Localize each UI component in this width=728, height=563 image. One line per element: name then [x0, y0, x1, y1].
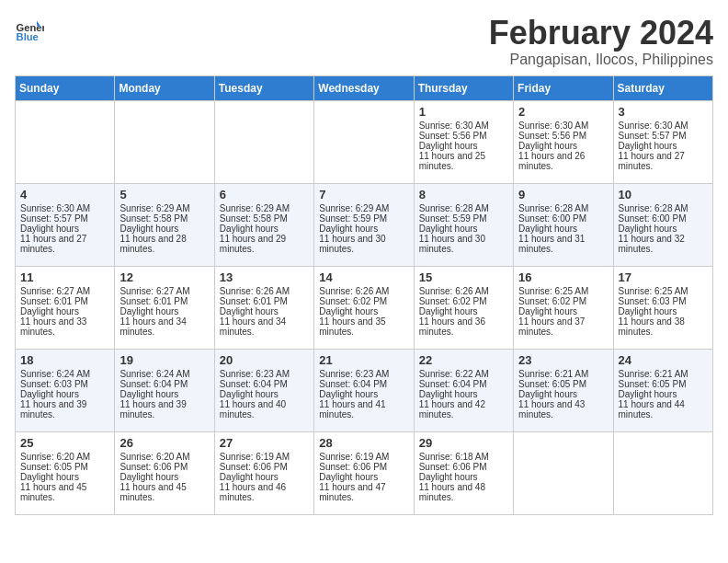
- day-number: 25: [20, 436, 109, 450]
- sunrise: Sunrise: 6:27 AM: [20, 286, 109, 296]
- week-row-3: 11Sunrise: 6:27 AMSunset: 6:01 PMDayligh…: [16, 266, 713, 349]
- sunset: Sunset: 6:06 PM: [319, 462, 408, 472]
- daylight-label: Daylight hours: [619, 141, 708, 151]
- sunset: Sunset: 5:56 PM: [419, 131, 508, 141]
- day-number: 5: [119, 188, 209, 201]
- week-row-2: 4Sunrise: 6:30 AMSunset: 5:57 PMDaylight…: [16, 183, 713, 266]
- calendar-cell: 21Sunrise: 6:23 AMSunset: 6:04 PMDayligh…: [314, 349, 414, 431]
- daylight-duration: 11 hours and 48 minutes.: [419, 482, 508, 502]
- day-number: 6: [220, 188, 309, 201]
- col-header-wednesday: Wednesday: [314, 75, 414, 100]
- daylight-label: Daylight hours: [619, 389, 708, 399]
- sunrise: Sunrise: 6:21 AM: [518, 369, 608, 379]
- daylight-label: Daylight hours: [319, 306, 408, 316]
- calendar-cell: 26Sunrise: 6:20 AMSunset: 6:06 PMDayligh…: [115, 431, 214, 514]
- week-row-1: 1Sunrise: 6:30 AMSunset: 5:56 PMDaylight…: [16, 100, 713, 183]
- col-header-monday: Monday: [115, 75, 214, 100]
- month-title: February 2024: [489, 15, 713, 52]
- day-number: 4: [20, 188, 109, 201]
- svg-text:Blue: Blue: [17, 31, 39, 42]
- sunrise: Sunrise: 6:29 AM: [220, 203, 309, 213]
- calendar-cell: 2Sunrise: 6:30 AMSunset: 5:56 PMDaylight…: [514, 100, 613, 183]
- calendar-cell: [613, 431, 712, 514]
- daylight-duration: 11 hours and 39 minutes.: [119, 399, 209, 419]
- calendar-cell: 4Sunrise: 6:30 AMSunset: 5:57 PMDaylight…: [16, 183, 115, 266]
- calendar-cell: 19Sunrise: 6:24 AMSunset: 6:04 PMDayligh…: [115, 349, 214, 431]
- sunset: Sunset: 6:04 PM: [419, 379, 508, 389]
- day-number: 27: [220, 436, 309, 450]
- calendar-cell: 18Sunrise: 6:24 AMSunset: 6:03 PMDayligh…: [16, 349, 115, 431]
- day-number: 23: [518, 353, 608, 367]
- daylight-duration: 11 hours and 41 minutes.: [319, 399, 408, 419]
- sunrise: Sunrise: 6:30 AM: [619, 121, 708, 131]
- sunrise: Sunrise: 6:24 AM: [119, 369, 209, 379]
- daylight-duration: 11 hours and 45 minutes.: [119, 482, 209, 502]
- daylight-label: Daylight hours: [20, 472, 109, 482]
- calendar-cell: 3Sunrise: 6:30 AMSunset: 5:57 PMDaylight…: [613, 100, 712, 183]
- calendar-cell: 15Sunrise: 6:26 AMSunset: 6:02 PMDayligh…: [414, 266, 513, 349]
- daylight-label: Daylight hours: [20, 389, 109, 399]
- calendar-cell: 6Sunrise: 6:29 AMSunset: 5:58 PMDaylight…: [214, 183, 313, 266]
- sunset: Sunset: 6:02 PM: [319, 296, 408, 306]
- calendar-cell: 10Sunrise: 6:28 AMSunset: 6:00 PMDayligh…: [613, 183, 712, 266]
- calendar-cell: [115, 100, 214, 183]
- calendar-cell: [514, 431, 613, 514]
- daylight-label: Daylight hours: [619, 224, 708, 234]
- daylight-label: Daylight hours: [319, 472, 408, 482]
- calendar-cell: 22Sunrise: 6:22 AMSunset: 6:04 PMDayligh…: [414, 349, 513, 431]
- sunrise: Sunrise: 6:23 AM: [220, 369, 309, 379]
- day-number: 9: [518, 188, 608, 201]
- day-number: 21: [319, 353, 408, 367]
- calendar-cell: 9Sunrise: 6:28 AMSunset: 6:00 PMDaylight…: [514, 183, 613, 266]
- sunset: Sunset: 6:03 PM: [20, 379, 109, 389]
- sunrise: Sunrise: 6:24 AM: [20, 369, 109, 379]
- sunset: Sunset: 5:58 PM: [220, 213, 309, 224]
- daylight-label: Daylight hours: [220, 224, 309, 234]
- daylight-label: Daylight hours: [119, 389, 209, 399]
- day-number: 7: [319, 188, 408, 201]
- daylight-duration: 11 hours and 34 minutes.: [119, 316, 209, 337]
- daylight-label: Daylight hours: [220, 389, 309, 399]
- sunrise: Sunrise: 6:26 AM: [220, 286, 309, 296]
- daylight-duration: 11 hours and 26 minutes.: [518, 151, 608, 171]
- sunset: Sunset: 6:02 PM: [419, 296, 508, 306]
- calendar-cell: 12Sunrise: 6:27 AMSunset: 6:01 PMDayligh…: [115, 266, 214, 349]
- sunrise: Sunrise: 6:30 AM: [419, 121, 508, 131]
- calendar-cell: 17Sunrise: 6:25 AMSunset: 6:03 PMDayligh…: [613, 266, 712, 349]
- daylight-duration: 11 hours and 45 minutes.: [20, 482, 109, 502]
- daylight-duration: 11 hours and 25 minutes.: [419, 151, 508, 171]
- day-number: 26: [119, 436, 209, 450]
- day-number: 28: [319, 436, 408, 450]
- sunset: Sunset: 5:57 PM: [619, 131, 708, 141]
- sunset: Sunset: 6:01 PM: [20, 296, 109, 306]
- sunrise: Sunrise: 6:28 AM: [619, 203, 708, 213]
- daylight-duration: 11 hours and 33 minutes.: [20, 316, 109, 337]
- daylight-duration: 11 hours and 28 minutes.: [119, 234, 209, 254]
- daylight-label: Daylight hours: [119, 306, 209, 316]
- daylight-label: Daylight hours: [619, 306, 708, 316]
- daylight-label: Daylight hours: [319, 224, 408, 234]
- day-number: 8: [419, 188, 508, 201]
- sunrise: Sunrise: 6:20 AM: [119, 452, 209, 462]
- sunset: Sunset: 6:05 PM: [518, 379, 608, 389]
- day-number: 20: [220, 353, 309, 367]
- col-header-sunday: Sunday: [16, 75, 115, 100]
- sunset: Sunset: 6:05 PM: [619, 379, 708, 389]
- daylight-duration: 11 hours and 30 minutes.: [319, 234, 408, 254]
- daylight-duration: 11 hours and 43 minutes.: [518, 399, 608, 419]
- day-number: 19: [119, 353, 209, 367]
- sunset: Sunset: 5:57 PM: [20, 213, 109, 224]
- sunrise: Sunrise: 6:18 AM: [419, 452, 508, 462]
- calendar-cell: 23Sunrise: 6:21 AMSunset: 6:05 PMDayligh…: [514, 349, 613, 431]
- calendar-cell: 16Sunrise: 6:25 AMSunset: 6:02 PMDayligh…: [514, 266, 613, 349]
- col-header-saturday: Saturday: [613, 75, 712, 100]
- calendar-cell: [16, 100, 115, 183]
- calendar-cell: 20Sunrise: 6:23 AMSunset: 6:04 PMDayligh…: [214, 349, 313, 431]
- sunrise: Sunrise: 6:30 AM: [20, 203, 109, 213]
- daylight-label: Daylight hours: [319, 389, 408, 399]
- day-number: 11: [20, 270, 109, 284]
- calendar-cell: 13Sunrise: 6:26 AMSunset: 6:01 PMDayligh…: [214, 266, 313, 349]
- daylight-duration: 11 hours and 31 minutes.: [518, 234, 608, 254]
- daylight-label: Daylight hours: [119, 472, 209, 482]
- calendar-cell: 24Sunrise: 6:21 AMSunset: 6:05 PMDayligh…: [613, 349, 712, 431]
